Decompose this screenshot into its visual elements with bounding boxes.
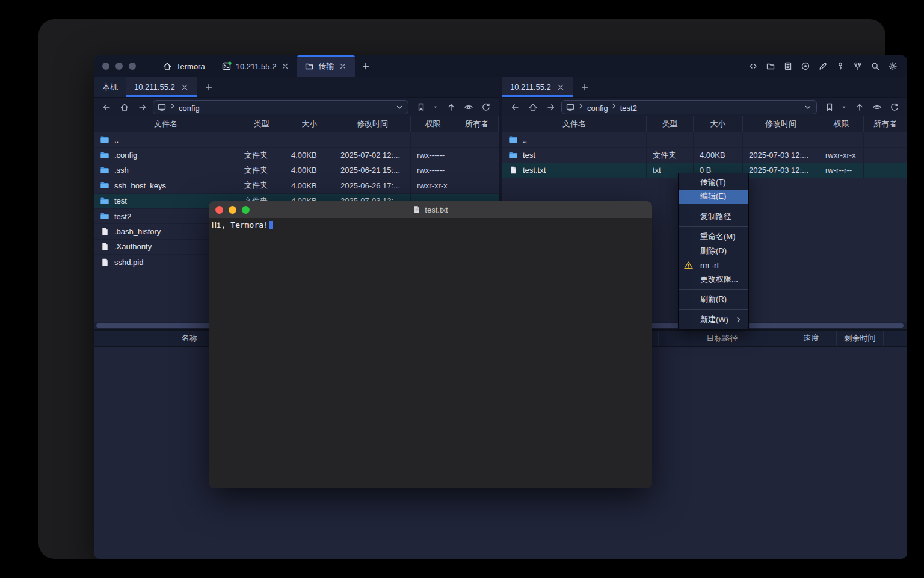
tab-transfer[interactable]: 传输 (297, 55, 355, 77)
upload-icon[interactable] (443, 102, 459, 112)
column-header-size[interactable]: 大小 (285, 116, 334, 132)
menu-item[interactable]: 重命名(M) (679, 230, 748, 244)
bookmark-caret-icon[interactable] (838, 104, 850, 110)
add-connection-button[interactable] (197, 77, 220, 97)
tab-local[interactable]: 本机 (94, 77, 126, 97)
menu-item[interactable]: 复制路径 (679, 210, 748, 224)
record-icon[interactable] (801, 61, 810, 71)
tab-label: 10.211.55.2 (236, 62, 277, 71)
window-controls[interactable] (94, 55, 144, 77)
chevron-down-icon[interactable] (803, 102, 813, 112)
edit-icon[interactable] (818, 61, 828, 71)
forward-icon[interactable] (135, 102, 150, 112)
editor-zoom-button[interactable] (242, 206, 250, 214)
titlebar-toolbar (748, 55, 907, 77)
breadcrumb-segment[interactable]: config (586, 104, 609, 113)
file-icon (100, 242, 109, 251)
editor-window-controls[interactable] (209, 206, 250, 214)
tab-remote-left[interactable]: 10.211.55.2 (126, 77, 197, 97)
chevron-right-icon (168, 101, 177, 111)
folder-icon (100, 211, 109, 221)
window-minimize-button[interactable] (116, 63, 123, 70)
show-hidden-icon[interactable] (869, 102, 885, 112)
log-icon[interactable] (783, 61, 793, 71)
bookmark-icon[interactable] (822, 102, 837, 112)
menu-item[interactable]: 删除(D) (679, 244, 748, 258)
table-row[interactable]: test 文件夹 4.00KB 2025-07-03 12:... rwxr-x… (502, 148, 907, 163)
column-header-mtime[interactable]: 修改时间 (743, 116, 819, 132)
menu-item[interactable]: 刷新(R) (679, 293, 748, 307)
editor-content[interactable]: Hi, Termora! (209, 218, 652, 488)
home-icon (162, 61, 172, 71)
right-path-input[interactable]: configtest2 (561, 100, 817, 114)
transfer-column-target[interactable]: 目标路径 (658, 331, 786, 346)
column-header-type[interactable]: 类型 (647, 116, 694, 132)
back-icon[interactable] (507, 102, 523, 112)
transfer-column-speed[interactable]: 速度 (786, 331, 837, 346)
menu-item[interactable]: 编辑(E) (679, 190, 748, 204)
breadcrumb-segment[interactable]: config (177, 104, 201, 113)
column-header-perm[interactable]: 权限 (411, 116, 455, 132)
table-row[interactable]: .. (502, 132, 907, 148)
left-path-input[interactable]: config (153, 100, 408, 114)
tab-remote-right[interactable]: 10.211.55.2 (502, 77, 573, 97)
table-row[interactable]: .ssh 文件夹 4.00KB 2025-06-21 15:... rwx---… (94, 163, 499, 178)
refresh-icon[interactable] (478, 102, 494, 112)
home-icon[interactable] (117, 102, 132, 112)
column-header-name[interactable]: 文件名 (502, 116, 647, 132)
close-icon[interactable] (338, 61, 348, 71)
close-icon[interactable] (280, 61, 290, 71)
window-close-button[interactable] (102, 63, 109, 70)
table-row[interactable]: ssh_host_keys 文件夹 4.00KB 2025-06-26 17:.… (94, 178, 499, 193)
column-header-owner[interactable]: 所有者 (455, 116, 499, 132)
bookmark-icon[interactable] (413, 102, 429, 112)
folder-icon (100, 181, 109, 190)
column-header-type[interactable]: 类型 (238, 116, 285, 132)
chevron-down-icon[interactable] (395, 102, 404, 112)
back-icon[interactable] (99, 102, 114, 112)
settings-icon[interactable] (888, 61, 898, 71)
new-tab-button[interactable] (355, 55, 377, 77)
menu-item[interactable]: 更改权限... (679, 272, 748, 287)
home-icon[interactable] (525, 102, 541, 112)
table-row[interactable]: .config 文件夹 4.00KB 2025-07-02 12:... rwx… (94, 148, 499, 163)
folder-icon[interactable] (766, 61, 775, 71)
transfer-column-remaining[interactable]: 剩余时间 (837, 331, 884, 346)
column-header-name[interactable]: 文件名 (94, 116, 238, 132)
column-header-owner[interactable]: 所有者 (864, 116, 907, 132)
menu-item[interactable]: rm -rf (679, 258, 748, 273)
show-hidden-icon[interactable] (461, 102, 476, 112)
close-icon[interactable] (180, 82, 189, 92)
table-row[interactable]: .. (94, 132, 499, 148)
code-icon[interactable] (748, 61, 758, 71)
column-header-perm[interactable]: 权限 (819, 116, 864, 132)
bookmark-caret-icon[interactable] (430, 104, 442, 110)
chevron-right-icon (609, 101, 619, 111)
column-header-mtime[interactable]: 修改时间 (334, 116, 411, 132)
editor-minimize-button[interactable] (229, 206, 236, 214)
menu-item-label: 编辑(E) (700, 191, 726, 202)
column-header-size[interactable]: 大小 (694, 116, 743, 132)
left-panel-tabs: 本机 10.211.55.2 (94, 77, 499, 98)
menu-separator (679, 207, 748, 207)
folder-icon (100, 151, 109, 160)
search-icon[interactable] (870, 61, 880, 71)
tab-home[interactable]: Termora (153, 55, 215, 77)
window-zoom-button[interactable] (129, 63, 136, 70)
chevron-right-icon (576, 101, 586, 111)
left-table-header: 文件名 类型 大小 修改时间 权限 所有者 (94, 116, 499, 132)
refresh-icon[interactable] (887, 102, 902, 112)
breadcrumb-segment[interactable]: test2 (619, 104, 638, 113)
tab-ssh-session[interactable]: 10.211.55.2 (215, 55, 298, 77)
right-table-header: 文件名 类型 大小 修改时间 权限 所有者 (502, 116, 907, 132)
keychain-icon[interactable] (853, 61, 863, 71)
key-icon[interactable] (836, 61, 845, 71)
upload-icon[interactable] (852, 102, 867, 112)
menu-item[interactable]: 传输(T) (679, 175, 748, 190)
editor-close-button[interactable] (215, 206, 223, 214)
forward-icon[interactable] (543, 102, 559, 112)
terminal-icon (222, 61, 232, 71)
close-icon[interactable] (556, 82, 565, 92)
add-connection-button[interactable] (573, 77, 596, 97)
menu-item[interactable]: 新建(W) (679, 312, 748, 327)
